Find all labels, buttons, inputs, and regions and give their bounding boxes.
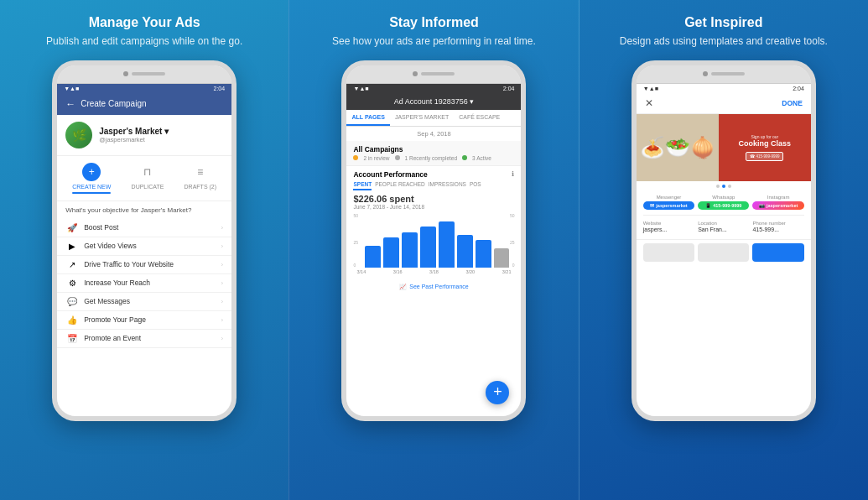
phone-screen-middle: ▼▲■ 2:04 Ad Account 19283756 ▾ ALL PAGES…	[346, 84, 521, 416]
in-review-dot	[353, 155, 358, 160]
event-icon: 📅	[65, 334, 79, 343]
bar-6	[457, 235, 473, 268]
tab-jaspers-market[interactable]: JASPER'S MARKET	[390, 110, 454, 126]
campaigns-section: All Campaigns 2 in review 1 Recently com…	[346, 141, 521, 166]
list-item[interactable]: 🚀 Boost Post ›	[57, 219, 231, 237]
phone-cell: Phone number 415-999...	[752, 221, 803, 232]
speaker	[132, 72, 165, 76]
date-range: June 7, 2018 - June 14, 2018	[353, 204, 514, 210]
info-icon: ℹ	[512, 170, 514, 178]
list-item[interactable]: 👍 Promote Your Page ›	[57, 311, 231, 330]
campaigns-title: All Campaigns	[353, 145, 514, 154]
action-duplicate[interactable]: ⊓ DUPLICATE	[132, 163, 164, 194]
statusbar-middle: ▼▲■ 2:04	[346, 84, 521, 93]
whatsapp-connect-btn[interactable]: 📱 415-999-9999	[698, 201, 749, 210]
panel-middle: Stay Informed See how your ads are perfo…	[288, 0, 579, 500]
tab-spent[interactable]: SPENT	[353, 181, 372, 190]
website-cell: Website jaspers...	[643, 221, 694, 232]
back-icon[interactable]: ←	[65, 98, 75, 110]
chevron-right-icon: ›	[221, 242, 223, 250]
bar-4	[420, 227, 436, 268]
account-name[interactable]: Ad Account 19283756 ▾	[394, 97, 475, 106]
action-icon-3[interactable]	[752, 243, 803, 262]
status-signal: ▼▲■	[643, 86, 658, 91]
axis-label-bottom: 0	[353, 263, 356, 268]
panel-left: Manage Your Ads Publish and edit campaig…	[0, 0, 288, 500]
completed-dot	[395, 155, 400, 160]
statusbar-right: ▼▲■ 2:04	[637, 84, 811, 93]
list-item[interactable]: ↗ Drive Traffic to Your Website ›	[57, 256, 231, 274]
profile-name: Jasper's Market ▾	[99, 127, 169, 136]
avatar: 🌿	[65, 122, 92, 148]
ad-image-preview: 🍝🥗🧅 Sign up for our Cooking Class ☎ 415-…	[637, 114, 811, 181]
bar-2	[383, 237, 399, 268]
promote-page-icon: 👍	[65, 315, 79, 325]
bar-7	[476, 240, 491, 268]
traffic-icon: ↗	[65, 260, 79, 269]
performance-section: Account Performance ℹ SPENT PEOPLE REACH…	[346, 166, 521, 280]
platform-instagram: Instagram 📷 jaspersmarket	[752, 195, 803, 210]
panel-middle-subtitle: See how your ads are performing in real …	[332, 34, 536, 49]
reach-icon: ⚙	[65, 279, 79, 288]
active-dot	[462, 155, 467, 160]
phone-value: 415-999...	[752, 227, 803, 232]
action-drafts[interactable]: ≡ DRAFTS (2)	[185, 163, 217, 194]
menu-promote-page: Promote Your Page	[84, 315, 216, 324]
instagram-label: Instagram	[767, 195, 790, 200]
list-item[interactable]: ▶ Get Video Views ›	[57, 237, 231, 256]
panel-left-title: Manage Your Ads	[89, 15, 200, 30]
tab-all-pages[interactable]: ALL PAGES	[346, 110, 389, 126]
tab-people-reached[interactable]: PEOPLE REACHED	[375, 181, 425, 190]
phone-top-middle	[346, 65, 521, 84]
dot-3	[728, 185, 731, 188]
action-icon-2[interactable]	[698, 243, 749, 262]
phone-left: ▼▲■ 2:04 ← Create Campaign 🌿 Jasper's Ma…	[52, 60, 236, 421]
info-row: Website jaspers... Location San Fran... …	[637, 217, 811, 236]
bar-chart: 50 25 0 50 25 0	[353, 213, 514, 268]
see-past-performance[interactable]: 📈 See Past Performance	[346, 280, 521, 294]
list-item[interactable]: 💬 Get Messages ›	[57, 293, 231, 311]
close-button[interactable]: ✕	[645, 97, 653, 109]
label-321: 3/21	[502, 269, 512, 274]
camera-dot	[123, 71, 128, 76]
spent-amount: $226.06 spent	[353, 194, 514, 204]
location-label: Location	[698, 221, 749, 226]
panel-right-subtitle: Design ads using templates and creative …	[620, 34, 828, 49]
action-icon-1[interactable]	[643, 243, 694, 262]
label-320: 3/20	[465, 269, 475, 274]
action-create-label: CREATE NEW	[72, 184, 111, 190]
messenger-connect-btn[interactable]: ✉ jaspersmarket	[643, 201, 694, 210]
phone-middle: ▼▲■ 2:04 Ad Account 19283756 ▾ ALL PAGES…	[341, 60, 526, 421]
in-review-text: 2 in review	[363, 155, 389, 161]
menu-boost-post: Boost Post	[84, 223, 216, 232]
menu-get-messages: Get Messages	[84, 297, 216, 305]
action-create[interactable]: + CREATE NEW	[72, 163, 111, 194]
list-item[interactable]: ⚙ Increase Your Reach ›	[57, 274, 231, 293]
selected-date: Sep 4, 2018	[346, 127, 521, 141]
website-value: jaspers...	[643, 227, 694, 232]
speaker	[711, 72, 745, 76]
bar-1	[365, 246, 381, 268]
chevron-right-icon: ›	[221, 335, 223, 342]
tab-impressions[interactable]: IMPRESSIONS	[429, 181, 466, 190]
dot-2	[722, 185, 725, 188]
cta-large-text: Cooking Class	[739, 139, 792, 148]
list-item[interactable]: 📅 Promote an Event ›	[57, 330, 231, 348]
performance-header: Account Performance ℹ	[353, 170, 514, 179]
axis-label-right-mid: 25	[510, 240, 515, 245]
tab-pos[interactable]: POS	[470, 181, 481, 190]
header-title: Create Campaign	[81, 99, 146, 108]
carousel-dots	[637, 181, 811, 191]
camera-dot	[703, 71, 708, 76]
messenger-icon: ✉	[650, 203, 654, 208]
action-drafts-label: DRAFTS (2)	[185, 184, 217, 190]
cta-phone-button[interactable]: ☎ 415-999-9999	[746, 152, 783, 161]
tab-cafe-escape[interactable]: CAFÉ ESCAPE	[454, 110, 505, 126]
phone-right: ▼▲■ 2:04 ✕ DONE 🍝🥗🧅 Sign up for our Cook…	[632, 60, 816, 421]
messenger-label: Messenger	[657, 195, 682, 200]
instagram-connect-btn[interactable]: 📷 jaspersmarket	[752, 201, 803, 210]
status-time: 2:04	[503, 86, 515, 91]
profile-section: 🌿 Jasper's Market ▾ @jaspersmarket	[57, 115, 231, 156]
status-time: 2:04	[793, 86, 804, 91]
done-button[interactable]: DONE	[782, 99, 803, 107]
